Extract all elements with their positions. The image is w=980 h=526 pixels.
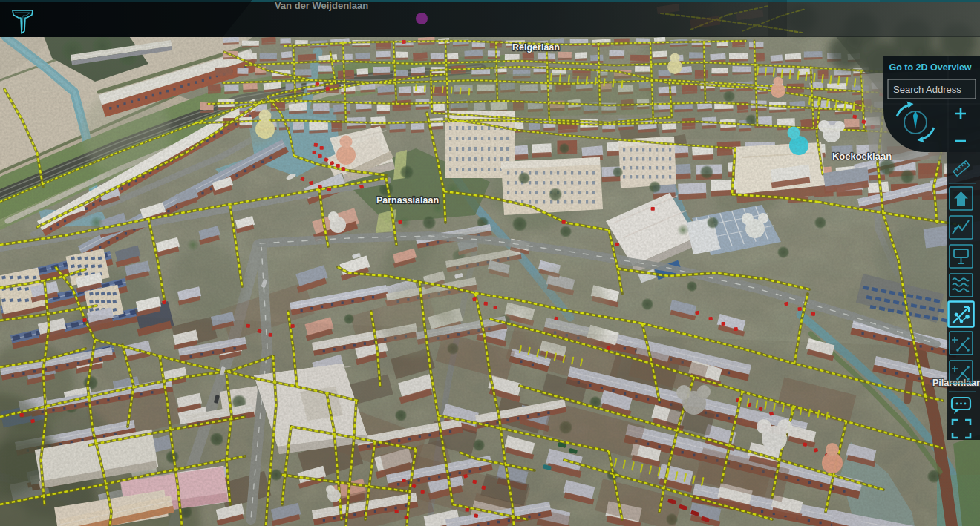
svg-text:Koekoeklaan: Koekoeklaan — [832, 151, 892, 162]
svg-text:Go to 2D Overview: Go to 2D Overview — [889, 62, 971, 73]
svg-text:Parnassialaan: Parnassialaan — [376, 195, 439, 206]
svg-text:Van der Weijdenlaan: Van der Weijdenlaan — [275, 0, 368, 11]
svg-text:Reigerlaan: Reigerlaan — [512, 42, 560, 53]
svg-text:Search Address: Search Address — [893, 84, 961, 95]
